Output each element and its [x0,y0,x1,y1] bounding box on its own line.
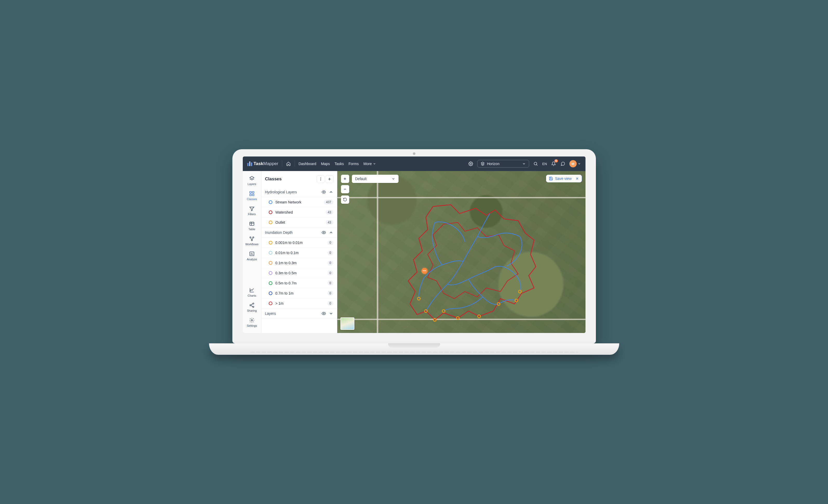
nav-more[interactable]: More [364,162,376,166]
side-rail: Layers Classes Filters Table [243,171,261,333]
group-collapse-toggle[interactable] [329,190,333,195]
rail-workflows[interactable]: Workflows [244,234,260,248]
chat-button[interactable] [560,161,566,167]
app-viewport: TaskMapper Dashboard Maps Tasks Forms Mo… [243,157,585,333]
stream-network[interactable] [419,214,522,311]
legend-count: 43 [326,220,333,225]
nav-links: Dashboard Maps Tasks Forms More [299,162,376,166]
svg-rect-5 [252,194,254,196]
group-collapse-toggle[interactable] [329,311,333,316]
legend-swatch [269,291,273,295]
legend-label: 0.01m to 0.1m [276,251,299,255]
legend-label: Watershed [276,210,293,214]
svg-point-17 [320,180,321,180]
legend-swatch [269,261,273,265]
workflow-icon [249,236,255,242]
settings-gear-button[interactable] [468,161,473,167]
nav-forms[interactable]: Forms [348,162,359,166]
svg-point-12 [250,305,251,306]
legend-swatch [269,221,273,224]
group-visibility-toggle[interactable] [322,230,326,235]
map-marker[interactable]: ••• [422,268,427,274]
group-visibility-toggle[interactable] [322,311,326,316]
legend-item[interactable]: 0.001m to 0.01m0 [261,238,337,248]
rail-layers[interactable]: Layers [244,174,260,187]
save-view-button[interactable]: Save view [546,175,582,182]
svg-point-11 [253,303,254,304]
basemap-label: Default [355,177,367,181]
watershed-feature[interactable] [428,222,518,299]
svg-point-19 [323,232,324,233]
legend-item[interactable]: Stream Network437 [261,197,337,207]
svg-rect-2 [250,192,251,193]
mini-map-toggle[interactable] [340,318,355,330]
rail-label: Filters [248,213,256,216]
notification-count-badge: 6 [554,159,558,163]
filter-icon [249,206,255,212]
home-button[interactable] [286,161,291,166]
map-viewport[interactable]: ••• + − Default [337,171,585,333]
legend-count: 43 [326,210,333,215]
group-title: Inundation Depth [265,230,293,235]
basemap-select[interactable]: Default [352,175,399,183]
legend-swatch [269,281,273,285]
nav-dashboard[interactable]: Dashboard [299,162,317,166]
legend-count: 0 [327,240,333,245]
zoom-in-button[interactable]: + [341,175,349,183]
svg-point-15 [320,177,321,178]
reset-rotation-button[interactable] [341,196,349,204]
avatar: M [569,160,577,167]
language-toggle[interactable]: EN [542,162,547,166]
group-visibility-toggle[interactable] [322,190,326,195]
svg-point-7 [250,237,251,238]
group-header[interactable]: Inundation Depth [261,227,337,238]
legend-label: 0.5m to 0.7m [276,281,297,285]
chevron-icon [329,230,333,235]
rail-table[interactable]: Table [244,219,260,233]
rail-analyze[interactable]: Analyze [244,249,260,263]
brand-logo[interactable]: TaskMapper [247,161,278,166]
legend-swatch [269,251,273,255]
group-header[interactable]: Hydrological Layers [261,187,337,197]
legend-item[interactable]: 0.01m to 0.1m0 [261,248,337,258]
panel-more-button[interactable] [317,175,325,183]
legend-item[interactable]: Outlet43 [261,217,337,227]
legend-item[interactable]: 0.1m to 0.3m0 [261,258,337,268]
legend-item[interactable]: Watershed43 [261,207,337,217]
project-name: Horizon [487,162,499,166]
close-save-view[interactable] [575,177,579,180]
rail-filters[interactable]: Filters [244,204,260,218]
group-header[interactable]: Layers [261,308,337,319]
legend-item[interactable]: 0.7m to 1m0 [261,288,337,298]
eye-icon [322,190,326,195]
legend-item[interactable]: 0.5m to 0.7m0 [261,278,337,288]
gear-icon [468,161,473,166]
legend-item[interactable]: > 1m0 [261,298,337,308]
panel-add-button[interactable] [326,175,333,183]
nav-maps[interactable]: Maps [321,162,330,166]
watershed-feature[interactable] [408,205,536,320]
search-button[interactable] [533,161,538,167]
rail-sharing[interactable]: Sharing [244,300,260,314]
svg-point-1 [534,162,537,165]
rail-label: Settings [247,324,257,327]
legend-label: Outlet [276,220,285,224]
grid-icon [249,191,255,197]
legend-label: 0.001m to 0.01m [276,241,303,245]
rail-label: Classes [247,198,257,201]
rail-charts[interactable]: Charts [244,285,260,299]
legend-swatch [269,271,273,275]
group-collapse-toggle[interactable] [329,230,333,235]
close-icon [575,177,579,180]
user-menu[interactable]: M [569,160,581,167]
rail-classes[interactable]: Classes [244,189,260,203]
layers-stack-icon [481,162,485,166]
nav-tasks[interactable]: Tasks [334,162,344,166]
rail-label: Sharing [247,309,257,312]
notifications-button[interactable]: 6 [551,161,556,167]
zoom-out-button[interactable]: − [341,185,349,193]
project-select[interactable]: Horizon [477,160,529,168]
legend-label: Stream Network [276,200,301,204]
rail-settings[interactable]: Settings [244,315,260,329]
legend-item[interactable]: 0.3m to 0.5m0 [261,268,337,278]
